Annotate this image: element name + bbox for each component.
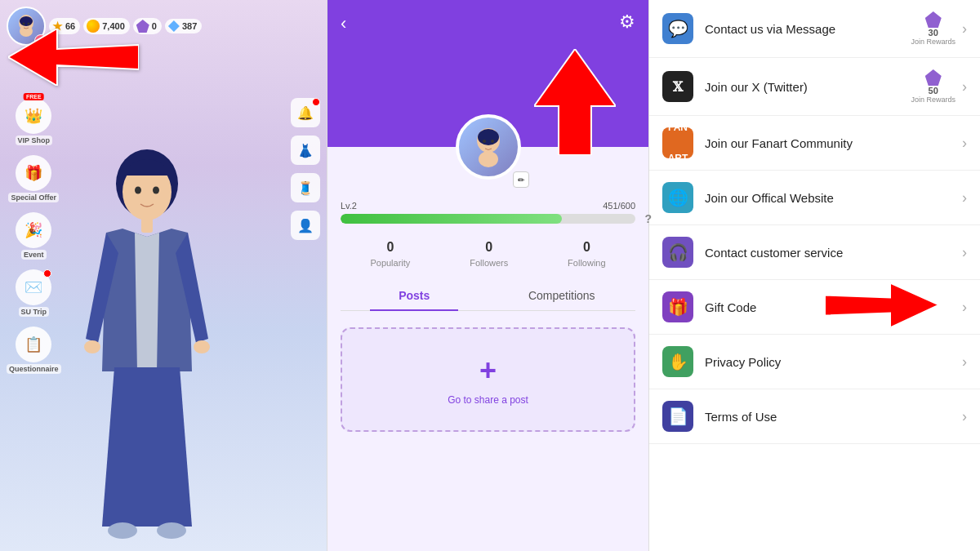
gift-code-icon: 🎁 — [662, 291, 693, 322]
event-icon[interactable]: 🎉 — [16, 212, 51, 248]
profile-tabs: Posts Competitions — [341, 281, 635, 311]
website-text: Join our Offical Website — [705, 191, 962, 205]
share-post-button[interactable]: + Go to share a post — [341, 327, 635, 432]
twitter-reward-label: Join Rewards — [911, 96, 956, 104]
back-button[interactable]: ‹ — [341, 13, 346, 34]
menu-item-terms[interactable]: 📄 Terms of Use › — [649, 389, 980, 444]
stat-followers: 0 Followers — [470, 240, 508, 268]
customer-service-chevron-icon: › — [962, 244, 967, 261]
twitter-text: Join our X (Twitter) — [705, 80, 911, 94]
reward-join-label: Join Rewards — [911, 38, 956, 46]
arrow-pointing-gift-code — [825, 283, 939, 331]
following-label: Following — [568, 258, 605, 268]
profile-avatar-svg — [464, 122, 513, 171]
svg-point-12 — [194, 340, 210, 353]
customer-service-icon: 🎧 — [662, 237, 693, 268]
su-trip-label: SU Trip — [19, 307, 50, 317]
su-trip-icon[interactable]: ✉️ — [16, 269, 51, 305]
twitter-chevron-icon: › — [962, 78, 967, 96]
twitter-gem-icon — [925, 69, 942, 86]
reward-gem-icon — [925, 11, 942, 28]
edit-icon[interactable]: ✏ — [513, 171, 529, 188]
svg-point-17 — [483, 140, 486, 143]
stats-row: 0 Popularity 0 Followers 0 Following — [341, 240, 635, 268]
svg-point-16 — [478, 129, 499, 145]
svg-marker-21 — [825, 283, 939, 328]
website-icon: 🌐 — [662, 182, 693, 213]
free-badge: FREE — [24, 93, 44, 100]
terms-icon: 📄 — [662, 401, 693, 432]
followers-label: Followers — [470, 258, 508, 268]
vip-shop-label: VIP Shop — [16, 136, 52, 145]
menu-item-twitter[interactable]: 𝕏 Join our X (Twitter) 50 Join Rewards › — [649, 58, 980, 116]
sewing-icon[interactable]: 🧵 — [291, 173, 320, 202]
diamond-icon — [168, 20, 180, 32]
questionnaire-label: Questionnaire — [7, 364, 61, 374]
level-bar-container: Lv.2 451/600 ? — [341, 201, 635, 224]
questionnaire-icon[interactable]: 📋 — [16, 327, 51, 362]
settings-button[interactable]: ⚙ — [619, 11, 635, 33]
level-bar-fill — [341, 214, 562, 224]
menu-item-customer-service[interactable]: 🎧 Contact customer service › — [649, 225, 980, 280]
sidebar-item-questionnaire[interactable]: 📋 Questionnaire — [7, 327, 61, 374]
twitter-icon: 𝕏 — [662, 71, 693, 102]
menu-item-contact-message[interactable]: 💬 Contact us via Message 30 Join Rewards… — [649, 0, 980, 58]
profile-content: Lv.2 451/600 ? 0 Popularity 0 Followers … — [327, 188, 648, 311]
menu-item-website[interactable]: 🌐 Join our Offical Website › — [649, 171, 980, 225]
svg-point-13 — [108, 522, 137, 539]
stat-popularity: 0 Popularity — [370, 240, 410, 268]
level-bar-labels: Lv.2 451/600 — [341, 201, 635, 211]
contact-message-icon: 💬 — [662, 13, 693, 44]
person-icon[interactable]: 👤 — [291, 211, 320, 240]
website-chevron-icon: › — [962, 189, 967, 207]
arrow-pointing-settings — [534, 49, 616, 158]
profile-header: ‹ ⚙ ✏ — [327, 0, 648, 147]
diamonds-currency: 387 — [165, 19, 202, 33]
share-label: Go to share a post — [448, 394, 528, 406]
right-side-icons: 🔔 👗 🧵 👤 — [291, 98, 320, 240]
popularity-label: Popularity — [370, 258, 410, 268]
notification-icon[interactable]: 🔔 — [291, 98, 320, 127]
svg-point-19 — [479, 151, 498, 167]
tab-competitions[interactable]: Competitions — [488, 281, 636, 310]
privacy-text: Privacy Policy — [705, 355, 962, 369]
privacy-icon: ✋ — [662, 346, 693, 377]
privacy-chevron-icon: › — [962, 353, 967, 371]
menu-item-fanart[interactable]: FANART Join our Fanart Community › — [649, 116, 980, 171]
twitter-reward: 50 Join Rewards — [911, 69, 956, 104]
notification-dot — [43, 269, 51, 278]
sidebar-item-event[interactable]: 🎉 Event — [7, 212, 61, 260]
share-plus-icon: + — [479, 353, 497, 388]
contact-message-text: Contact us via Message — [705, 22, 911, 36]
level-label: Lv.2 — [341, 201, 357, 211]
following-value: 0 — [583, 240, 590, 255]
svg-point-14 — [157, 522, 186, 539]
fanart-chevron-icon: › — [962, 135, 967, 152]
terms-chevron-icon: › — [962, 408, 967, 425]
middle-panel: ‹ ⚙ ✏ Lv.2 451/600 — [327, 0, 649, 551]
special-offer-icon[interactable]: 🎁 — [16, 155, 51, 191]
customer-service-text: Contact customer service — [705, 246, 962, 260]
sidebar-item-special-offer[interactable]: 🎁 Special Offer — [7, 155, 61, 202]
special-offer-label: Special Offer — [8, 193, 59, 202]
sidebar-item-su-trip[interactable]: ✉️ SU Trip — [7, 269, 61, 317]
followers-value: 0 — [485, 240, 492, 255]
tab-posts[interactable]: Posts — [341, 281, 488, 310]
wardrobe-icon[interactable]: 👗 — [291, 136, 320, 165]
svg-point-3 — [23, 23, 25, 25]
vip-shop-icon[interactable]: FREE 👑 — [16, 98, 51, 134]
left-panel: 2 ★ 66 7,400 0 387 — [0, 0, 327, 551]
chevron-icon: › — [962, 20, 967, 38]
level-progress: 451/600 — [603, 201, 635, 211]
character-svg — [65, 127, 229, 551]
arrow-pointing-avatar — [8, 29, 139, 89]
svg-point-18 — [491, 140, 494, 143]
menu-item-privacy[interactable]: ✋ Privacy Policy › — [649, 335, 980, 389]
level-bar-wrapper: ? — [341, 214, 635, 224]
level-bar — [341, 214, 635, 224]
sidebar-item-vip-shop[interactable]: FREE 👑 VIP Shop — [7, 98, 61, 145]
svg-point-8 — [135, 187, 141, 194]
left-menu: FREE 👑 VIP Shop 🎁 Special Offer 🎉 Event … — [7, 98, 61, 374]
svg-marker-5 — [8, 29, 139, 86]
menu-item-gift-code[interactable]: 🎁 Gift Code › — [649, 280, 980, 335]
